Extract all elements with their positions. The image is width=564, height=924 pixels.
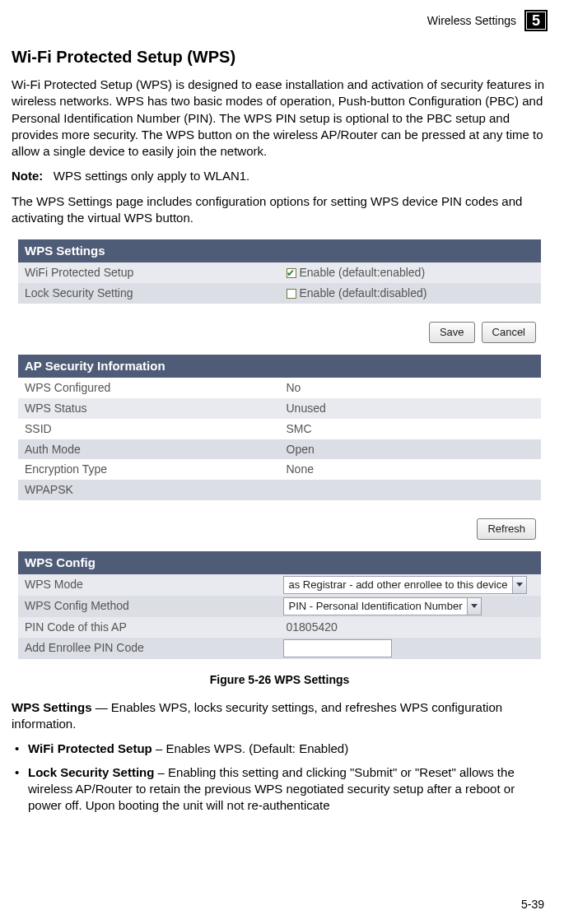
label-pin-code-ap: PIN Code of this AP: [18, 617, 280, 638]
page-number: 5-39: [521, 897, 544, 912]
bullet-wps-rest: – Enables WPS. (Default: Enabled): [152, 741, 348, 755]
value-wpapsk: [280, 480, 542, 500]
value-encryption-type: None: [280, 459, 542, 480]
running-head-text: Wireless Settings: [427, 13, 516, 29]
value-lock-security-setting: Enable (default:disabled): [300, 286, 427, 301]
value-pin-code-ap: 01805420: [280, 617, 542, 638]
row-pin-code-ap: PIN Code of this AP 01805420: [18, 617, 541, 638]
row-wps-config-method: WPS Config Method PIN - Personal Identif…: [18, 596, 541, 617]
row-wps-configured: WPS Configured No: [18, 378, 541, 398]
note-label: Note:: [12, 169, 43, 183]
wps-settings-description: WPS Settings — Enables WPS, locks securi…: [12, 699, 548, 733]
wps-settings-desc-title: WPS Settings: [12, 700, 92, 714]
chevron-down-icon: [467, 598, 481, 615]
label-ssid: SSID: [18, 419, 280, 439]
row-wpapsk: WPAPSK: [18, 480, 541, 500]
embedded-screenshot: WPS Settings WiFi Protected Setup Enable…: [12, 234, 548, 667]
label-auth-mode: Auth Mode: [18, 439, 280, 460]
bullet-lock-security-setting: Lock Security Setting – Enabling this se…: [12, 764, 548, 815]
input-add-enrollee-pin[interactable]: [283, 639, 392, 657]
figure-caption: Figure 5-26 WPS Settings: [12, 672, 548, 688]
row-auth-mode: Auth Mode Open: [18, 439, 541, 460]
chevron-down-icon: [512, 577, 526, 593]
select-wps-config-method[interactable]: PIN - Personal Identification Number: [283, 597, 482, 615]
row-wps-status: WPS Status Unused: [18, 398, 541, 419]
intro-paragraph: Wi-Fi Protected Setup (WPS) is designed …: [12, 77, 548, 160]
row-ssid: SSID SMC: [18, 419, 541, 439]
bullet-lock-title: Lock Security Setting: [28, 765, 154, 779]
checkbox-lock-security-setting[interactable]: [287, 289, 296, 299]
save-button[interactable]: Save: [429, 322, 475, 343]
select-wps-config-method-value: PIN - Personal Identification Number: [284, 599, 468, 614]
label-lock-security-setting: Lock Security Setting: [18, 283, 280, 304]
checkbox-wifi-protected-setup[interactable]: [287, 268, 296, 278]
bullet-list: WiFi Protected Setup – Enables WPS. (Def…: [12, 741, 548, 814]
chapter-number-badge: 5: [524, 10, 548, 31]
row-wifi-protected-setup: WiFi Protected Setup Enable (default:ena…: [18, 262, 541, 283]
row-lock-security-setting: Lock Security Setting Enable (default:di…: [18, 283, 541, 304]
note-line: Note: WPS settings only apply to WLAN1.: [12, 168, 548, 184]
value-ssid: SMC: [280, 419, 542, 439]
bullet-wps-title: WiFi Protected Setup: [28, 741, 152, 755]
value-wifi-protected-setup: Enable (default:enabled): [300, 265, 426, 281]
panel-wps-config-title: WPS Config: [18, 551, 541, 574]
wps-settings-button-row: Save Cancel: [18, 322, 541, 343]
value-wps-configured: No: [280, 378, 542, 398]
select-wps-mode[interactable]: as Registrar - add other enrollee to thi…: [283, 576, 528, 594]
label-wps-config-method: WPS Config Method: [18, 596, 280, 617]
bullet-wifi-protected-setup: WiFi Protected Setup – Enables WPS. (Def…: [12, 741, 548, 757]
value-wps-status: Unused: [280, 398, 542, 419]
cancel-button[interactable]: Cancel: [482, 322, 536, 343]
label-add-enrollee-pin: Add Enrollee PIN Code: [18, 638, 280, 659]
panel-wps-settings-title: WPS Settings: [18, 239, 541, 262]
label-wpapsk: WPAPSK: [18, 480, 280, 500]
refresh-button[interactable]: Refresh: [477, 518, 536, 540]
row-add-enrollee-pin: Add Enrollee PIN Code: [18, 638, 541, 659]
label-wifi-protected-setup: WiFi Protected Setup: [18, 262, 280, 283]
label-wps-mode: WPS Mode: [18, 574, 280, 596]
label-encryption-type: Encryption Type: [18, 459, 280, 480]
after-note-paragraph: The WPS Settings page includes configura…: [12, 193, 548, 227]
row-encryption-type: Encryption Type None: [18, 459, 541, 480]
panel-ap-security-title: AP Security Information: [18, 355, 541, 378]
note-text: WPS settings only apply to WLAN1.: [54, 169, 249, 183]
running-header: Wireless Settings 5: [12, 10, 548, 31]
value-auth-mode: Open: [280, 439, 542, 460]
ap-security-button-row: Refresh: [18, 518, 541, 540]
section-heading: Wi-Fi Protected Setup (WPS): [12, 46, 548, 68]
label-wps-configured: WPS Configured: [18, 378, 280, 398]
row-wps-mode: WPS Mode as Registrar - add other enroll…: [18, 574, 541, 596]
label-wps-status: WPS Status: [18, 398, 280, 419]
select-wps-mode-value: as Registrar - add other enrollee to thi…: [284, 578, 513, 592]
